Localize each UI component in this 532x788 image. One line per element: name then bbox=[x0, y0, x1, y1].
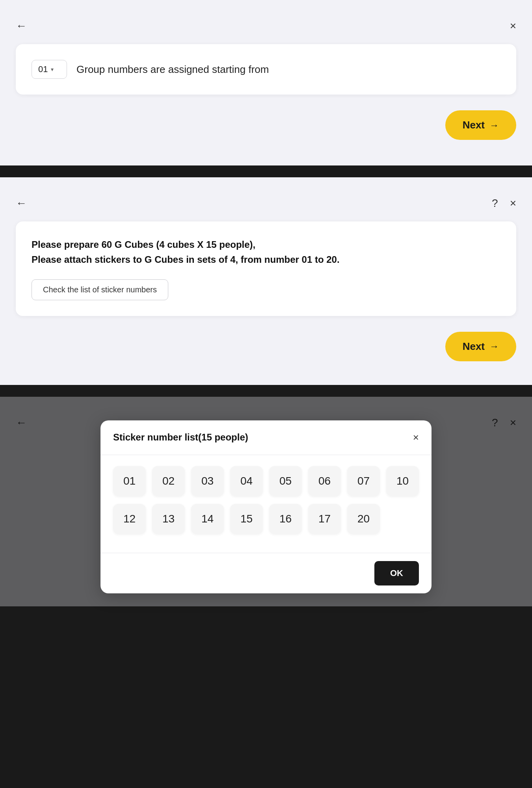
card-row-1: 01 ▾ Group numbers are assigned starting… bbox=[32, 60, 500, 79]
dropdown-arrow-icon: ▾ bbox=[51, 66, 54, 72]
group-number-label: Group numbers are assigned starting from bbox=[76, 63, 269, 76]
nav-bar-extra-2: ? × bbox=[492, 197, 516, 210]
separator-1 bbox=[0, 165, 532, 177]
sticker-item: 06 bbox=[308, 466, 341, 496]
sticker-item: 02 bbox=[152, 466, 185, 496]
ok-button[interactable]: OK bbox=[374, 561, 419, 585]
modal-title: Sticker number list(15 people) bbox=[113, 432, 248, 443]
next-button-2[interactable]: Next → bbox=[445, 332, 516, 361]
next-arrow-2: → bbox=[489, 341, 499, 352]
nav-bar-2: ← ? × bbox=[16, 193, 516, 221]
instruction-line-1: Please prepare 60 G Cubes (4 cubes X 15 … bbox=[32, 237, 500, 252]
sticker-item: 15 bbox=[230, 504, 263, 534]
sticker-item: 20 bbox=[347, 504, 380, 534]
sticker-item: 07 bbox=[347, 466, 380, 496]
dropdown-value: 01 bbox=[38, 64, 48, 74]
group-number-dropdown[interactable]: 01 ▾ bbox=[32, 60, 67, 79]
separator-2 bbox=[0, 385, 532, 397]
sticker-item: 03 bbox=[191, 466, 224, 496]
sticker-item: 17 bbox=[308, 504, 341, 534]
instruction-line-2: Please attach stickers to G Cubes in set… bbox=[32, 252, 500, 267]
sticker-item: 10 bbox=[386, 466, 419, 496]
next-arrow-1: → bbox=[489, 120, 499, 131]
card-1: 01 ▾ Group numbers are assigned starting… bbox=[16, 44, 516, 95]
screen-3-wrapper: ← ? × Sticker number list(15 people) × 0… bbox=[0, 397, 532, 606]
next-label-2: Next bbox=[463, 340, 485, 353]
next-button-1[interactable]: Next → bbox=[445, 110, 516, 140]
sticker-item: 12 bbox=[113, 504, 146, 534]
back-button-2[interactable]: ← bbox=[16, 197, 27, 210]
sticker-grid-row2: 12131415161720 bbox=[113, 504, 419, 534]
modal-header: Sticker number list(15 people) × bbox=[100, 420, 432, 455]
modal-body: 0102030405060710 12131415161720 bbox=[100, 455, 432, 553]
modal-close-button[interactable]: × bbox=[413, 431, 419, 444]
next-label-1: Next bbox=[463, 119, 485, 131]
sticker-grid-row1: 0102030405060710 bbox=[113, 466, 419, 496]
sticker-item: 04 bbox=[230, 466, 263, 496]
screen-2: ← ? × Please prepare 60 G Cubes (4 cubes… bbox=[0, 177, 532, 385]
help-button-2[interactable]: ? bbox=[492, 197, 498, 210]
instruction-block: Please prepare 60 G Cubes (4 cubes X 15 … bbox=[32, 237, 500, 268]
sticker-item: 14 bbox=[191, 504, 224, 534]
sticker-modal: Sticker number list(15 people) × 0102030… bbox=[100, 420, 432, 593]
sticker-item: 16 bbox=[269, 504, 302, 534]
screen-1: ← × 01 ▾ Group numbers are assigned star… bbox=[0, 0, 532, 165]
modal-footer: OK bbox=[100, 553, 432, 593]
sticker-item: 13 bbox=[152, 504, 185, 534]
back-button-1[interactable]: ← bbox=[16, 20, 27, 32]
sticker-list-button[interactable]: Check the list of sticker numbers bbox=[32, 279, 168, 300]
nav-bar-1: ← × bbox=[16, 16, 516, 44]
close-button-1[interactable]: × bbox=[510, 20, 516, 32]
sticker-item: 05 bbox=[269, 466, 302, 496]
card-2: Please prepare 60 G Cubes (4 cubes X 15 … bbox=[16, 221, 516, 316]
sticker-item: 01 bbox=[113, 466, 146, 496]
close-button-2[interactable]: × bbox=[510, 197, 516, 210]
